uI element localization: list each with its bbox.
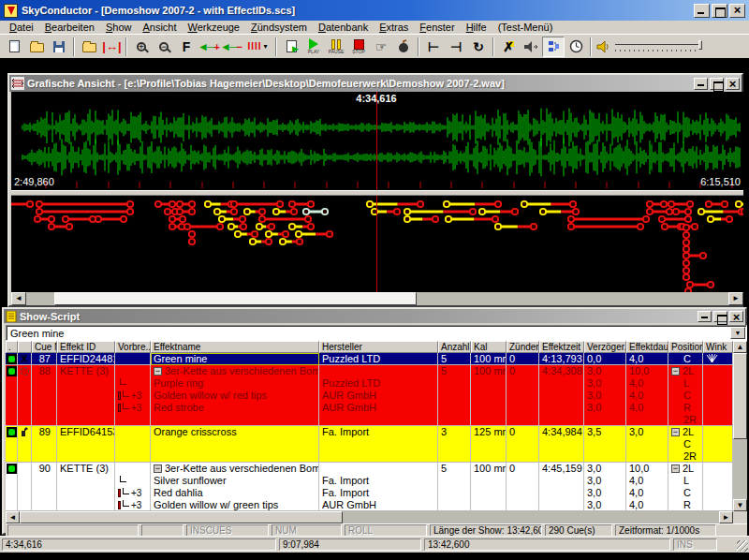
menu-item-test-menü[interactable]: (Test-Menü) (492, 21, 559, 34)
resize-grip[interactable] (737, 540, 748, 552)
scroll-left-button[interactable]: ◄ (6, 511, 20, 523)
save-button[interactable] (48, 37, 70, 57)
collapse-box-icon[interactable]: − (671, 428, 680, 436)
loop-button[interactable]: ↻ (467, 37, 490, 57)
cue-monitor-button[interactable] (542, 37, 565, 57)
column-header-kal[interactable]: Kal (471, 341, 507, 353)
column-header-position[interactable]: Position (668, 341, 703, 353)
scroll-right-button[interactable]: ► (719, 511, 733, 523)
column-header-col1[interactable] (18, 341, 32, 353)
graphic-maximize-button[interactable] (710, 78, 724, 90)
cue-timeline[interactable] (11, 196, 743, 292)
show-script-title-bar[interactable]: Show-Script (4, 309, 745, 323)
red-bars-icon: IIII (247, 41, 261, 52)
zoom-in-button[interactable]: + (130, 37, 153, 57)
zoom-out-button[interactable]: − (153, 37, 175, 57)
menu-item-hilfe[interactable]: Hilfe (461, 21, 492, 34)
column-header-hersteller[interactable]: Hersteller (319, 341, 438, 353)
volume-thumb[interactable] (698, 40, 702, 50)
menu-item-werkzeuge[interactable]: Werkzeuge (183, 21, 245, 34)
scroll-track[interactable] (733, 439, 747, 499)
table-horizontal-scrollbar[interactable]: ◄ ► (6, 511, 733, 523)
menu-item-datei[interactable]: Datei (4, 21, 39, 34)
vertical-scroll-thumb[interactable] (733, 353, 747, 439)
combo-dropdown-icon[interactable]: ▼ (730, 327, 745, 339)
maximize-button[interactable] (712, 4, 727, 18)
scroll-right-button[interactable]: ► (728, 292, 743, 305)
open-file-button[interactable] (25, 37, 48, 57)
app-icon (4, 4, 18, 18)
menu-item-extras[interactable]: Extras (374, 21, 414, 34)
collapse-box-icon[interactable]: − (671, 464, 680, 473)
column-header-effekt-id[interactable]: Effekt ID (57, 341, 115, 353)
table-vertical-scrollbar[interactable]: ▲ ▼ (733, 341, 747, 512)
script-maximize-button[interactable] (713, 311, 727, 322)
effect-search-combobox[interactable]: Green mine ▼ (6, 325, 747, 341)
marker-end-button[interactable]: ⊣ (445, 37, 467, 57)
play-button[interactable]: PLAY (302, 37, 325, 57)
app-status-panel-0: 4:34,616 (2, 538, 276, 551)
waveform-display[interactable]: 4:34,616 2:49,860 6:15,510 (11, 92, 743, 190)
column-header-effektname[interactable]: Effektname (151, 341, 319, 353)
cue-lines-dropdown-button[interactable]: IIII▾ (242, 37, 272, 57)
pause-button[interactable]: PAUSE (325, 37, 347, 57)
minimize-button[interactable] (694, 4, 710, 18)
collapse-box-icon[interactable]: − (154, 367, 162, 376)
disarm-button[interactable]: ✗ (497, 37, 520, 57)
menu-item-ansicht[interactable]: Ansicht (137, 21, 182, 34)
import-button[interactable] (78, 37, 100, 57)
scroll-track[interactable] (417, 292, 728, 305)
table-row-87[interactable]: X87EFFID244818Green minePuzzled LTD5100 … (6, 353, 733, 365)
play-file-button[interactable]: ▶ (280, 37, 302, 57)
collapse-box-icon[interactable]: − (671, 367, 680, 376)
scroll-thumb[interactable] (54, 292, 417, 305)
table-row-89[interactable]: 89EFFID641533Orange crisscrossFa. Import… (6, 426, 733, 463)
script-minimize-button[interactable] (698, 311, 712, 322)
column-header--[interactable]: . (6, 341, 18, 353)
cue-remove-button[interactable]: ◄─− (220, 37, 242, 57)
title-bar[interactable]: SkyConductor - [Demoshow 2007-2 - with E… (0, 0, 749, 21)
column-header-anzahl[interactable]: Anzahl (438, 341, 471, 353)
graphic-close-button[interactable] (726, 78, 740, 90)
scroll-up-button[interactable]: ▲ (733, 341, 747, 353)
scroll-left-button[interactable]: ◄ (11, 292, 26, 305)
menu-item-bearbeiten[interactable]: Bearbeiten (39, 21, 100, 34)
column-header-zünder[interactable]: Zünder (507, 341, 539, 353)
close-button[interactable] (729, 4, 745, 18)
table-row-90[interactable]: 90KETTE (3)−3er-Kette aus verschiedenen … (6, 463, 733, 511)
column-header-vorbre-[interactable]: Vorbre.. (115, 341, 151, 353)
horizontal-scroll-thumb[interactable] (20, 511, 343, 523)
fit-width-button[interactable]: |↔| (100, 37, 123, 57)
minus-icon: − (236, 41, 242, 52)
manual-fire-button[interactable]: ☞ (370, 37, 392, 57)
stop-button[interactable]: STOP (347, 37, 370, 57)
volume-slider[interactable] (615, 40, 704, 53)
menu-item-datenbank[interactable]: Datenbank (313, 21, 374, 34)
audio-out-button[interactable] (520, 37, 542, 57)
playback-cursor[interactable] (376, 92, 377, 190)
column-header-effektdau-[interactable]: Effektdau. (626, 341, 668, 353)
menu-item-fenster[interactable]: Fenster (414, 21, 460, 34)
table-row-88[interactable]: 88KETTE (3)−3er-Kette aus verschiedenen … (6, 365, 733, 426)
column-header-wink[interactable]: Wink (703, 341, 733, 353)
table-header[interactable]: .Cue NrEffekt IDVorbre..EffektnameHerste… (6, 341, 733, 353)
cue-add-button[interactable]: ◄─+ (198, 37, 220, 57)
collapse-box-icon[interactable]: − (154, 464, 162, 473)
scroll-track[interactable] (343, 511, 719, 523)
menu-item-show[interactable]: Show (100, 21, 138, 34)
scroll-track[interactable] (26, 292, 54, 305)
new-file-button[interactable] (3, 37, 25, 57)
script-close-button[interactable] (729, 311, 743, 322)
bomb-button[interactable] (392, 37, 415, 57)
column-header-verz-ger-[interactable]: Verzöger.. (584, 341, 626, 353)
graphic-view-title-bar[interactable]: Grafische Ansicht - [e:\Profile\Tobias H… (9, 75, 742, 92)
graphic-minimize-button[interactable] (694, 78, 708, 90)
marker-start-button[interactable]: ⊢ (422, 37, 445, 57)
column-header-cue-nr[interactable]: Cue Nr (32, 341, 57, 353)
graphic-horizontal-scrollbar[interactable]: ◄ ► (11, 292, 743, 305)
scroll-down-button[interactable]: ▼ (733, 499, 747, 511)
column-header-effektzeit[interactable]: Effektzeit (539, 341, 584, 353)
timer-button[interactable] (565, 37, 587, 57)
menu-item-zündsystem[interactable]: Zündsystem (245, 21, 313, 34)
font-button[interactable]: F (175, 37, 198, 57)
